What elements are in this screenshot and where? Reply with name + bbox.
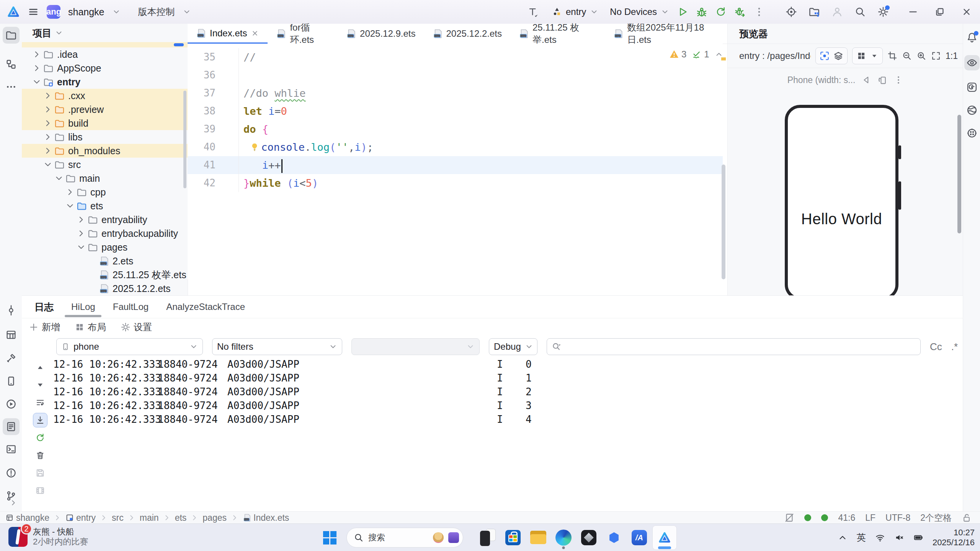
project-tree-scrollbar[interactable] bbox=[183, 91, 186, 188]
vcs-chevron-down-icon[interactable] bbox=[183, 8, 191, 16]
project-chevron-down-icon[interactable] bbox=[112, 8, 121, 16]
start-button[interactable] bbox=[318, 526, 341, 549]
breadcrumb-pages[interactable]: pages bbox=[203, 513, 227, 523]
zoom-out-icon[interactable] bbox=[902, 51, 912, 61]
project-view-chevron-icon[interactable] bbox=[55, 29, 63, 37]
export-log-button[interactable] bbox=[33, 466, 47, 480]
log-action-新增[interactable]: 新增 bbox=[29, 321, 60, 333]
tree-item-entryability[interactable]: entryability bbox=[22, 213, 188, 227]
code-line-36[interactable]: 36 bbox=[188, 66, 723, 84]
tree-item-entrybackupability[interactable]: entrybackupability bbox=[22, 227, 188, 240]
tree-item-.cxx[interactable]: .cxx bbox=[22, 89, 188, 103]
log-tab-HiLog[interactable]: HiLog bbox=[71, 296, 95, 318]
device-hub-tool-button[interactable] bbox=[964, 126, 980, 141]
log-search-input[interactable] bbox=[547, 338, 921, 355]
log-panel-title[interactable]: 日志 bbox=[34, 301, 54, 313]
attach-debugger-button[interactable] bbox=[734, 6, 746, 18]
restart-session-button[interactable] bbox=[33, 431, 47, 445]
log-tool-button[interactable] bbox=[3, 418, 20, 435]
debug-button[interactable] bbox=[696, 6, 707, 18]
level-filter-select[interactable]: Debug bbox=[489, 338, 537, 355]
device-filter-select[interactable]: phone bbox=[56, 338, 203, 355]
taskbar-app-arkts[interactable]: /A bbox=[627, 526, 651, 549]
log-table[interactable]: 12-16 10:26:42.33318840-9724A03d00/JSAPP… bbox=[53, 357, 955, 426]
problems-tool-button[interactable] bbox=[3, 465, 20, 481]
soft-wrap-button[interactable] bbox=[33, 396, 47, 409]
editor-tab-2025.12.9.ets[interactable]: ETS2025.12.9.ets bbox=[338, 24, 424, 44]
taskbar-app-explorer[interactable] bbox=[526, 526, 550, 549]
log-row[interactable]: 12-16 10:26:42.33318840-9724A03d00/JSAPP… bbox=[53, 412, 955, 426]
run-config-select[interactable]: entry bbox=[552, 7, 598, 17]
more-tools-button[interactable] bbox=[3, 78, 20, 95]
breadcrumb-ets[interactable]: ets bbox=[175, 513, 187, 523]
process-filter-select[interactable] bbox=[351, 338, 480, 355]
record-log-button[interactable] bbox=[33, 484, 47, 497]
tab-close-icon[interactable] bbox=[251, 29, 259, 37]
log-row[interactable]: 12-16 10:26:42.33318840-9724A03d00/JSAPP… bbox=[53, 357, 955, 371]
tree-item-main[interactable]: main bbox=[22, 171, 188, 185]
line-ending[interactable]: LF bbox=[865, 513, 875, 523]
previewer-tool-button[interactable] bbox=[964, 55, 980, 70]
log-row[interactable]: 12-16 10:26:42.33318840-9724A03d00/JSAPP… bbox=[53, 399, 955, 412]
clear-log-button[interactable] bbox=[33, 448, 47, 462]
code-editor[interactable]: 35//3637//do whlie38let i=039do {40 cons… bbox=[188, 44, 723, 279]
grid-caret-icon[interactable] bbox=[870, 52, 879, 60]
vcs-menu[interactable]: 版本控制 bbox=[138, 6, 175, 18]
caret-position[interactable]: 41:6 bbox=[838, 513, 855, 523]
code-line-40[interactable]: 40 console.log('',i); bbox=[188, 138, 723, 156]
breadcrumb-shangke[interactable]: shangke bbox=[5, 513, 49, 523]
close-button[interactable] bbox=[953, 0, 980, 24]
expand-rail-icon[interactable] bbox=[8, 494, 19, 511]
regex-toggle[interactable]: .* bbox=[951, 341, 958, 353]
tree-item-.preview[interactable]: .preview bbox=[22, 103, 188, 116]
zoom-in-icon[interactable] bbox=[916, 51, 926, 61]
log-action-设置[interactable]: 设置 bbox=[121, 321, 152, 333]
device-manager-icon[interactable] bbox=[786, 6, 797, 18]
scroll-bottom-button[interactable] bbox=[33, 378, 47, 392]
project-tool-button[interactable] bbox=[3, 27, 20, 44]
project-avatar[interactable]: shangke bbox=[47, 5, 60, 19]
taskbar-app-phonelink[interactable] bbox=[476, 526, 500, 549]
taskbar-app-edge[interactable] bbox=[552, 526, 575, 549]
device-tool-button[interactable] bbox=[3, 373, 20, 390]
log-filter-select[interactable]: No filters bbox=[212, 338, 342, 355]
log-action-布局[interactable]: 布局 bbox=[75, 321, 106, 333]
tree-item-entry[interactable]: entry bbox=[22, 75, 188, 89]
editor-tab-for循环.ets[interactable]: ETSfor循环.ets bbox=[268, 24, 338, 44]
restore-button[interactable] bbox=[926, 0, 953, 24]
taskbar-clock[interactable]: 10:27 2025/12/16 bbox=[933, 528, 975, 548]
breadcrumb-entry[interactable]: entry bbox=[65, 513, 96, 523]
log-row[interactable]: 12-16 10:26:42.33318840-9724A03d00/JSAPP… bbox=[53, 371, 955, 385]
minimize-button[interactable] bbox=[900, 0, 926, 24]
settings-icon[interactable] bbox=[877, 6, 889, 18]
codelinter-tool-button[interactable] bbox=[964, 103, 980, 118]
project-panel-header[interactable]: 项目 bbox=[22, 24, 188, 42]
code-line-37[interactable]: 37//do whlie bbox=[188, 84, 723, 102]
main-menu-icon[interactable] bbox=[28, 6, 39, 18]
breadcrumb-main[interactable]: main bbox=[140, 513, 159, 523]
match-case-toggle[interactable]: Cc bbox=[930, 341, 942, 353]
code-line-39[interactable]: 39do { bbox=[188, 120, 723, 138]
taskbar-app-gem[interactable] bbox=[577, 526, 601, 549]
inspection-widget[interactable]: 3 1 bbox=[669, 49, 737, 60]
notifications-button[interactable] bbox=[964, 30, 980, 45]
sdk-manager-icon[interactable] bbox=[808, 6, 820, 18]
tree-item-libs[interactable]: libs bbox=[22, 130, 188, 144]
tree-item-oh_modules[interactable]: oh_modules bbox=[22, 144, 188, 158]
breadcrumb-src[interactable]: src bbox=[112, 513, 124, 523]
device-select[interactable]: No Devices bbox=[610, 7, 669, 17]
rerun-button[interactable] bbox=[715, 6, 727, 18]
commit-tool-button[interactable] bbox=[3, 302, 20, 319]
log-tab-AnalyzeStackTrace[interactable]: AnalyzeStackTrace bbox=[166, 296, 245, 318]
highlighting-off-icon[interactable] bbox=[784, 513, 794, 523]
grid-view-icon[interactable] bbox=[856, 51, 866, 61]
editor-tab-25.11.25 枚举.ets[interactable]: ETS25.11.25 枚举.ets bbox=[510, 24, 605, 44]
indent-setting[interactable]: 2个空格 bbox=[920, 512, 952, 524]
tree-item-.idea[interactable]: .idea bbox=[22, 47, 188, 61]
unlock-icon[interactable] bbox=[962, 513, 972, 523]
breadcrumb-Index.ets[interactable]: ETSIndex.ets bbox=[243, 513, 289, 523]
search-everywhere-icon[interactable] bbox=[854, 6, 866, 18]
tree-item-ets[interactable]: ets bbox=[22, 199, 188, 213]
search-highlight-icon-1[interactable] bbox=[433, 532, 444, 543]
warning-stripe-mark[interactable] bbox=[721, 57, 726, 60]
